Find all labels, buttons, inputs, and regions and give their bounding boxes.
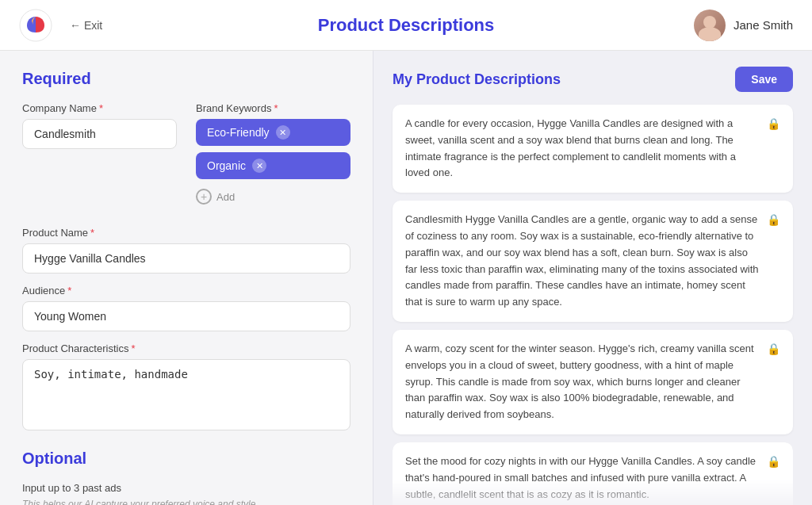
description-card-4: Set the mood for cozy nights in with our… [393, 442, 793, 505]
add-label: Add [216, 191, 235, 203]
description-text-3: A warm, cozy scent for the winter season… [405, 341, 759, 423]
required-star-chars: * [131, 342, 135, 354]
app-logo [19, 9, 52, 42]
lock-icon-3: 🔒 [767, 342, 780, 355]
required-star: * [99, 102, 103, 114]
main-container: Required Company Name * Brand Keywords *… [0, 51, 812, 505]
keyword-tag-eco[interactable]: Eco-Friendly ✕ [196, 119, 350, 146]
company-name-label: Company Name * [22, 102, 177, 114]
product-name-input[interactable] [22, 243, 350, 274]
company-name-group: Company Name * [22, 102, 177, 205]
product-chars-label: Product Characteristics * [22, 342, 350, 354]
avatar [694, 10, 726, 41]
required-section-title: Required [22, 70, 350, 88]
product-name-group: Product Name * [22, 227, 350, 274]
description-text-4: Set the mood for cozy nights in with our… [405, 453, 759, 503]
keyword-eco-label: Eco-Friendly [207, 126, 270, 139]
required-star-product: * [90, 227, 94, 239]
company-name-input[interactable] [22, 119, 177, 149]
optional-section-title: Optional [22, 450, 350, 468]
required-star-audience: * [67, 285, 71, 296]
right-panel: My Product Descriptions Save A candle fo… [373, 51, 812, 505]
optional-subtitle: Input up to 3 past ads [22, 482, 350, 494]
optional-section: Optional Input up to 3 past ads This hel… [22, 450, 350, 505]
right-panel-header: My Product Descriptions Save [393, 67, 793, 92]
page-title: Product Descriptions [318, 15, 494, 36]
right-panel-title: My Product Descriptions [393, 71, 561, 88]
app-header: ← Exit Product Descriptions Jane Smith [0, 0, 812, 51]
remove-organic-button[interactable]: ✕ [252, 159, 266, 173]
description-card-2: Candlesmith Hygge Vanilla Candles are a … [393, 201, 793, 322]
product-chars-group: Product Characteristics * Soy, intimate,… [22, 342, 350, 434]
save-button[interactable]: Save [735, 67, 793, 92]
descriptions-list: A candle for every occasion, Hygge Vanil… [393, 105, 793, 505]
username: Jane Smith [733, 18, 793, 32]
description-card-3: A warm, cozy scent for the winter season… [393, 330, 793, 434]
header-left: ← Exit [19, 9, 110, 42]
lock-icon-1: 🔒 [767, 117, 780, 130]
audience-label: Audience * [22, 285, 350, 296]
required-star-keywords: * [274, 102, 278, 114]
brand-keywords-label: Brand Keywords * [196, 102, 350, 114]
user-profile: Jane Smith [694, 10, 793, 41]
audience-group: Audience * [22, 285, 350, 331]
add-circle-icon: + [196, 189, 212, 205]
optional-hint: This helps our AI capture your preferred… [22, 499, 350, 505]
lock-icon-4: 🔒 [767, 455, 780, 468]
keywords-list: Eco-Friendly ✕ Organic ✕ + Add [196, 119, 350, 205]
exit-button[interactable]: ← Exit [62, 14, 110, 36]
description-text-2: Candlesmith Hygge Vanilla Candles are a … [405, 212, 759, 311]
brand-keywords-group: Brand Keywords * Eco-Friendly ✕ Organic … [196, 102, 350, 205]
keyword-organic-label: Organic [207, 159, 246, 172]
remove-eco-button[interactable]: ✕ [276, 125, 290, 140]
description-card-1: A candle for every occasion, Hygge Vanil… [393, 105, 793, 193]
exit-label: ← Exit [70, 19, 102, 32]
left-panel: Required Company Name * Brand Keywords *… [0, 51, 373, 505]
product-chars-textarea[interactable]: Soy, intimate, handmade [22, 359, 350, 430]
add-keyword-button[interactable]: + Add [196, 189, 350, 205]
description-text-1: A candle for every occasion, Hygge Vanil… [405, 116, 759, 182]
lock-icon-2: 🔒 [767, 213, 780, 226]
audience-input[interactable] [22, 301, 350, 331]
product-name-label: Product Name * [22, 227, 350, 239]
fields-row-top: Company Name * Brand Keywords * Eco-Frie… [22, 102, 350, 216]
keyword-tag-organic[interactable]: Organic ✕ [196, 152, 350, 179]
